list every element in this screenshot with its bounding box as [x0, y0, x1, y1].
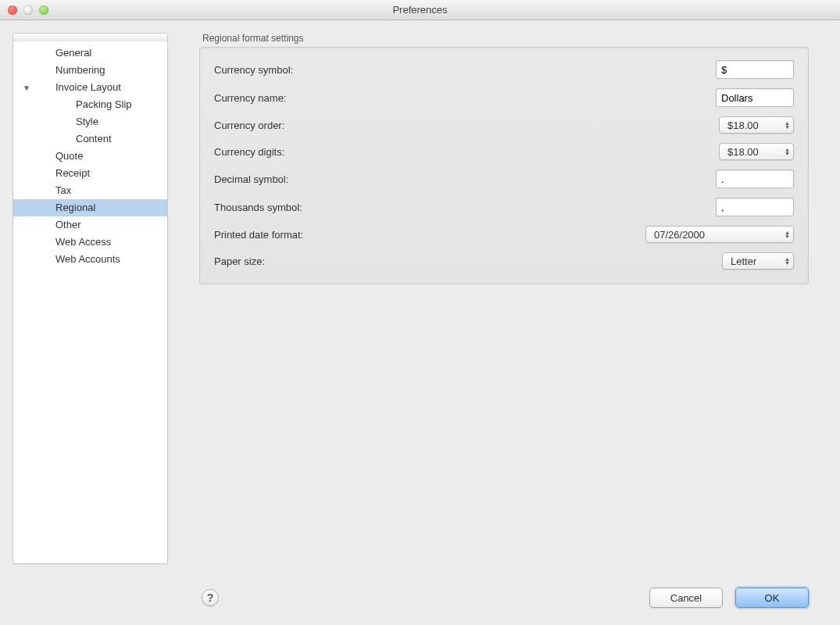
- sidebar-item-label: General: [55, 47, 91, 59]
- thousands-symbol-label: Thousands symbol:: [214, 202, 302, 213]
- sidebar-item-tax[interactable]: Tax: [13, 182, 167, 199]
- select-value: Letter: [731, 255, 756, 267]
- currency-symbol-input[interactable]: [716, 60, 794, 79]
- currency-order-label: Currency order:: [214, 120, 284, 131]
- sidebar-item-label: Content: [76, 133, 112, 145]
- sidebar-item-label: Style: [76, 116, 98, 127]
- select-value: $18.00: [727, 146, 759, 158]
- sidebar-item-receipt[interactable]: Receipt: [13, 165, 167, 182]
- select-value: 07/26/2000: [654, 229, 705, 241]
- dialog-footer: ? Cancel OK: [0, 578, 840, 617]
- paper-size-label: Paper size:: [214, 255, 265, 267]
- sidebar-item-label: Numbering: [55, 64, 105, 76]
- stepper-arrows-icon: ▲▼: [785, 257, 790, 265]
- sidebar-item-other[interactable]: Other: [13, 216, 167, 234]
- stepper-arrows-icon: ▲▼: [785, 148, 790, 155]
- sidebar-item-quote[interactable]: Quote: [13, 148, 167, 165]
- sidebar-item-web-accounts[interactable]: Web Accounts: [13, 251, 167, 268]
- preferences-sidebar: General Numbering ▼ Invoice Layout Packi…: [13, 33, 168, 564]
- sidebar-item-regional[interactable]: Regional: [13, 199, 167, 216]
- decimal-symbol-label: Decimal symbol:: [214, 173, 288, 185]
- date-format-label: Printed date format:: [214, 229, 303, 241]
- sidebar-item-style[interactable]: Style: [13, 113, 167, 130]
- sidebar-item-label: Tax: [55, 184, 71, 196]
- titlebar: Preferences: [0, 0, 840, 20]
- sidebar-item-label: Web Accounts: [55, 253, 120, 265]
- sidebar-item-label: Invoice Layout: [55, 81, 121, 93]
- sidebar-item-general[interactable]: General: [13, 45, 167, 62]
- help-icon: ?: [207, 591, 214, 604]
- sidebar-item-web-access[interactable]: Web Access: [13, 234, 167, 251]
- sidebar-item-content[interactable]: Content: [13, 130, 167, 148]
- currency-digits-select[interactable]: $18.00 ▲▼: [719, 143, 794, 160]
- thousands-symbol-input[interactable]: [716, 198, 794, 216]
- zoom-window-button[interactable]: [39, 5, 48, 15]
- stepper-arrows-icon: ▲▼: [785, 121, 790, 129]
- currency-name-input[interactable]: [716, 88, 794, 107]
- sidebar-item-invoice-layout[interactable]: ▼ Invoice Layout: [13, 79, 167, 96]
- stepper-arrows-icon: ▲▼: [785, 230, 790, 238]
- sidebar-item-label: Quote: [55, 150, 83, 162]
- sidebar-header: [13, 34, 167, 41]
- regional-settings-group: Currency symbol: Currency name: Currency…: [199, 47, 809, 284]
- sidebar-item-label: Regional: [55, 202, 95, 213]
- sidebar-tree: General Numbering ▼ Invoice Layout Packi…: [13, 41, 167, 271]
- sidebar-item-packing-slip[interactable]: Packing Slip: [13, 96, 167, 113]
- ok-button[interactable]: OK: [735, 588, 809, 608]
- window-controls: [0, 5, 48, 15]
- cancel-button[interactable]: Cancel: [649, 588, 723, 608]
- disclosure-triangle-icon[interactable]: ▼: [23, 81, 30, 95]
- close-window-button[interactable]: [8, 5, 17, 15]
- group-title: Regional format settings: [199, 33, 809, 44]
- currency-name-label: Currency name:: [214, 92, 286, 104]
- sidebar-item-numbering[interactable]: Numbering: [13, 62, 167, 79]
- select-value: $18.00: [727, 120, 759, 131]
- currency-order-select[interactable]: $18.00 ▲▼: [719, 116, 794, 134]
- sidebar-item-label: Packing Slip: [76, 98, 132, 110]
- sidebar-item-label: Web Access: [55, 236, 111, 248]
- currency-digits-label: Currency digits:: [214, 146, 284, 158]
- sidebar-item-label: Other: [55, 219, 81, 230]
- date-format-select[interactable]: 07/26/2000 ▲▼: [645, 226, 794, 243]
- sidebar-item-label: Receipt: [55, 167, 90, 179]
- decimal-symbol-input[interactable]: [716, 170, 794, 188]
- help-button[interactable]: ?: [202, 589, 219, 606]
- currency-symbol-label: Currency symbol:: [214, 64, 293, 76]
- minimize-window-button[interactable]: [23, 5, 33, 15]
- window-title: Preferences: [0, 4, 840, 16]
- paper-size-select[interactable]: Letter ▲▼: [722, 252, 794, 270]
